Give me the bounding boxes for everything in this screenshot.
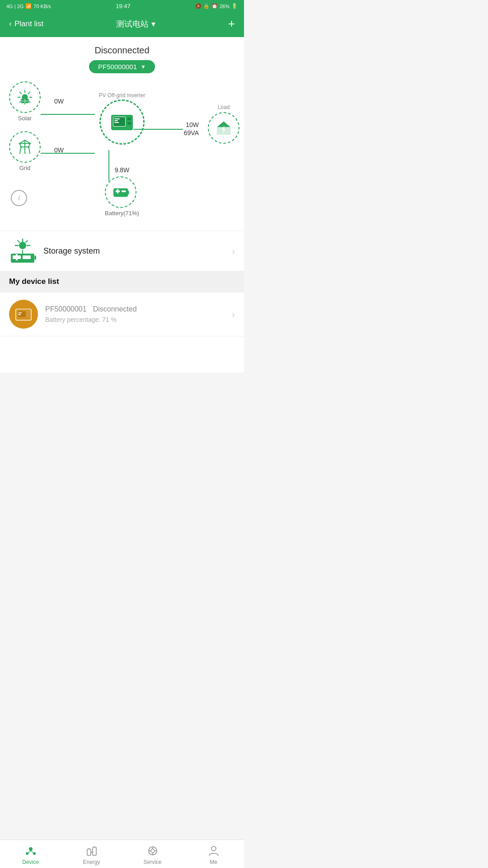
svg-marker-34 — [217, 122, 230, 127]
svg-line-15 — [20, 140, 25, 144]
inverter-node — [99, 99, 145, 145]
device-badge[interactable]: PF50000001 ▼ — [89, 60, 155, 73]
signal-info: 4G | 2G 📶 70 KB/s — [6, 3, 51, 9]
svg-point-23 — [20, 146, 22, 148]
station-selector[interactable]: 测试电站 ▾ — [116, 19, 155, 29]
battery-icon: 🔋 — [231, 3, 238, 9]
load-label: Load — [208, 104, 239, 110]
storage-system-row[interactable]: Storage system › — [0, 231, 244, 271]
svg-line-19 — [20, 147, 21, 154]
grid-node: Grid — [9, 131, 41, 171]
device-chevron-icon: › — [232, 309, 235, 320]
lock-icon: 🔒 — [203, 3, 210, 9]
svg-point-22 — [29, 143, 31, 145]
storage-icon — [9, 237, 36, 264]
info-icon[interactable]: i — [11, 190, 27, 206]
battery-flow-value: 9.8W — [115, 166, 130, 174]
back-arrow-icon: ‹ — [9, 19, 12, 28]
device-list-section: My device list — [0, 271, 244, 292]
device-avatar — [9, 300, 38, 329]
battery-icon — [105, 176, 136, 208]
svg-point-21 — [19, 143, 21, 145]
dropdown-icon: ▾ — [151, 19, 155, 29]
svg-point-24 — [28, 146, 30, 148]
back-label: Plant list — [14, 19, 43, 28]
storage-label: Storage system — [43, 246, 232, 256]
svg-line-7 — [28, 92, 30, 94]
badge-dropdown-icon: ▼ — [141, 64, 146, 70]
load-node: Load — [208, 104, 239, 144]
load-flow-va: 69VA — [184, 129, 199, 137]
battery-label: Battery(71%) — [105, 210, 139, 217]
svg-rect-59 — [28, 311, 30, 313]
svg-rect-32 — [127, 122, 131, 125]
inverter-label: PV Off-grid Inverter — [99, 92, 145, 99]
solar-line — [41, 114, 95, 115]
battery-node: Battery(71%) — [105, 176, 139, 217]
grid-label: Grid — [9, 165, 41, 171]
svg-line-20 — [29, 147, 30, 154]
speed-text: 70 KB/s — [33, 4, 51, 9]
svg-rect-50 — [16, 254, 18, 260]
battery-line — [108, 150, 109, 181]
status-bar: 4G | 2G 📶 70 KB/s 19:47 🔕 🔒 ⏰ 26% 🔋 — [0, 0, 244, 12]
solar-icon — [9, 81, 41, 113]
station-name: 测试电站 — [116, 19, 149, 29]
wifi-icon: 📶 — [25, 3, 32, 9]
device-battery-info: Battery percentage: 71 % — [45, 316, 232, 323]
svg-point-42 — [19, 242, 26, 249]
grid-icon — [9, 131, 41, 163]
device-item[interactable]: PF50000001 Disconnected Battery percenta… — [0, 292, 244, 336]
svg-rect-57 — [19, 312, 22, 313]
svg-rect-41 — [127, 191, 129, 194]
device-info: PF50000001 Disconnected Battery percenta… — [45, 305, 232, 323]
storage-chevron-icon: › — [232, 246, 235, 256]
svg-rect-40 — [122, 190, 126, 192]
disconnected-section: Disconnected PF50000001 ▼ — [0, 37, 244, 77]
svg-line-16 — [25, 140, 30, 144]
svg-rect-60 — [28, 315, 30, 316]
device-id-badge: PF50000001 — [98, 63, 137, 71]
svg-rect-29 — [114, 120, 118, 121]
solar-node: Solar — [9, 81, 41, 122]
svg-line-46 — [18, 241, 19, 242]
svg-rect-39 — [117, 189, 119, 193]
load-icon — [208, 112, 239, 144]
grid-line — [41, 153, 95, 154]
svg-line-5 — [20, 92, 22, 94]
status-right: 🔕 🔒 ⏰ 26% 🔋 — [195, 3, 238, 9]
svg-rect-30 — [114, 122, 119, 123]
svg-rect-51 — [23, 255, 31, 259]
device-list-title: My device list — [9, 277, 59, 286]
svg-rect-52 — [35, 256, 36, 259]
load-line — [133, 129, 183, 130]
status-time: 19:47 — [116, 3, 131, 9]
add-button[interactable]: + — [228, 17, 235, 31]
inverter-icon — [99, 99, 145, 145]
signal-text: 4G | 2G — [6, 4, 23, 9]
spacer — [0, 336, 244, 373]
device-connection-status: Disconnected — [93, 305, 137, 313]
device-id: PF50000001 — [45, 305, 87, 313]
back-button[interactable]: ‹ Plant list — [9, 19, 43, 28]
main-content: Disconnected PF50000001 ▼ PV Off-grid In… — [0, 37, 244, 373]
solar-label: Solar — [9, 115, 41, 122]
header: ‹ Plant list 测试电站 ▾ + — [0, 12, 244, 37]
device-name-row: PF50000001 Disconnected — [45, 305, 232, 313]
energy-diagram: PV Off-grid Inverter — [0, 77, 244, 231]
solar-flow-value: 0W — [54, 98, 64, 105]
bell-icon: 🔕 — [195, 3, 202, 9]
connection-status: Disconnected — [0, 45, 244, 56]
svg-rect-28 — [114, 118, 120, 119]
battery-text: 26% — [220, 4, 230, 9]
alarm-icon: ⏰ — [211, 3, 218, 9]
svg-rect-31 — [127, 118, 131, 120]
svg-rect-58 — [19, 314, 21, 315]
svg-rect-37 — [114, 189, 127, 196]
svg-line-47 — [26, 241, 28, 242]
load-flow-power: 10W — [186, 121, 199, 128]
